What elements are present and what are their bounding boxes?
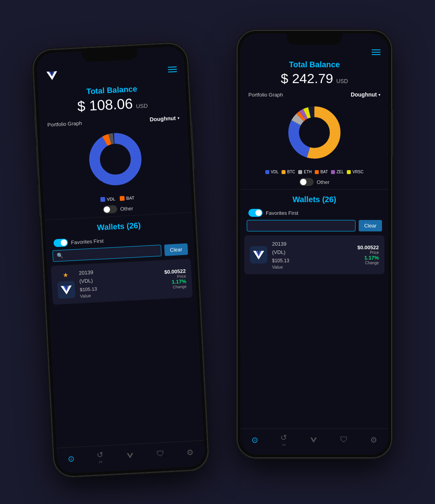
wallet-amount: 20139 <box>79 269 93 276</box>
doughnut-label-right: Doughnut <box>351 91 377 98</box>
wallet-price-col-left: $0.00522 Price 1.17% Change <box>164 268 187 290</box>
clear-button-left[interactable]: Clear <box>164 243 188 256</box>
nav-item-vdl-left[interactable] <box>125 451 134 460</box>
wallets-header-right: Wallets (26) <box>240 189 388 207</box>
legend-dot-bat-r <box>315 170 319 174</box>
nav-shield-icon-r: 🛡 <box>340 435 348 444</box>
legend-bat-right: BAT <box>315 170 328 174</box>
favorites-label-left: Favorites First <box>71 238 104 245</box>
coin-logo-left <box>57 280 76 299</box>
balance-value-left: $ 108.06 <box>77 95 133 115</box>
legend-btc-text-r: BTC <box>287 170 295 174</box>
legend-vrsc-text-r: VRSC <box>352 170 363 174</box>
legend-eth-right: ETH <box>298 170 312 174</box>
notch-right <box>287 34 342 45</box>
hamburger-menu[interactable] <box>168 66 177 72</box>
wallet-item-left[interactable]: ★ 20139 (VDL) $ <box>51 259 193 305</box>
chart-container-left <box>48 124 183 194</box>
nav-item-shield-right[interactable]: 🛡 <box>340 435 348 444</box>
wallet-value-right: $105.13 <box>272 258 289 263</box>
app-content-right: Total Balance $ 242.79 USD Portfolio Gra… <box>240 34 388 455</box>
legend-zel-text-r: ZEL <box>337 170 344 174</box>
phones-container: Total Balance $ 108.06 USD Portfolio Gra… <box>20 15 415 489</box>
wallet-item-right[interactable]: 20139 (VDL) $105.13 Value $0.00522 Price… <box>244 235 384 274</box>
favorites-label-right: Favorites First <box>266 210 298 216</box>
doughnut-dropdown-left[interactable]: Doughnut ▾ <box>149 115 180 123</box>
toggle-knob-left <box>104 206 110 213</box>
svg-point-3 <box>93 137 137 181</box>
wallet-ticker-right: (VDL) <box>272 249 286 255</box>
favorites-toggle-left[interactable] <box>53 239 68 247</box>
portfolio-header-right: Portfolio Graph Doughnut ▾ <box>248 91 380 98</box>
balance-value-right: $ 242.79 <box>281 71 333 86</box>
bottom-nav-right: ⊙ ↺ 24 🛡 ⚙ <box>240 428 388 455</box>
nav-item-dashboard-right[interactable]: ⊙ <box>252 435 258 445</box>
clear-button-right[interactable]: Clear <box>359 220 382 231</box>
legend-eth-text-r: ETH <box>304 170 312 174</box>
nav-settings-icon: ⚙ <box>186 447 194 457</box>
legend-text-bat: BAT <box>126 195 134 201</box>
balance-currency-left: USD <box>136 102 148 110</box>
balance-label-right: Total Balance <box>248 60 380 69</box>
side-btn-right <box>191 121 195 169</box>
legend-right: VDL BTC ETH BAT <box>240 167 388 176</box>
doughnut-chart-right <box>285 103 344 162</box>
nav-item-settings-left[interactable]: ⚙ <box>186 447 194 457</box>
search-icon-left: 🔍 <box>57 253 64 259</box>
star-icon-left[interactable]: ★ <box>62 271 68 279</box>
nav-dashboard-icon-r: ⊙ <box>252 435 258 445</box>
doughnut-arrow-left: ▾ <box>177 116 180 120</box>
doughnut-label-left: Doughnut <box>149 115 176 122</box>
portfolio-section-right: Portfolio Graph Doughnut ▾ <box>240 88 388 167</box>
wallet-price-col-right: $0.00522 Price 1.17% Change <box>357 244 379 265</box>
doughnut-arrow-right: ▾ <box>378 93 380 97</box>
other-toggle-switch-left[interactable] <box>103 205 117 214</box>
portfolio-label-left: Portfolio Graph <box>47 120 82 128</box>
wallets-title-right: Wallets (26) <box>240 195 388 204</box>
wallet-change-right: 1.17% <box>357 255 379 261</box>
wallet-value: $105.13 <box>79 286 97 292</box>
phone-left: Total Balance $ 108.06 USD Portfolio Gra… <box>32 43 209 477</box>
search-input-wrap-right[interactable] <box>247 220 356 231</box>
nav-item-shield-left[interactable]: 🛡 <box>156 449 165 459</box>
logo-icon <box>44 68 59 83</box>
nav-24h-label: 24 <box>98 460 102 464</box>
nav-item-vdl-right[interactable] <box>309 436 318 444</box>
nav-item-24h-right[interactable]: ↺ 24 <box>280 433 287 447</box>
portfolio-section-left: Portfolio Graph Doughnut ▾ <box>39 111 191 198</box>
favorites-toggle-right[interactable] <box>248 209 263 217</box>
nav-dashboard-icon: ⊙ <box>68 453 75 463</box>
side-btn-right2 <box>392 110 393 157</box>
wallet-left-col: ★ <box>57 271 76 299</box>
wallets-section-left: Wallets (26) Favorites First 🔍 Cl <box>44 212 204 448</box>
svg-marker-9 <box>127 453 134 459</box>
side-btn-3 <box>38 185 41 216</box>
side-btn-1 <box>34 114 37 138</box>
svg-marker-20 <box>310 438 317 443</box>
balance-section-right: Total Balance $ 242.79 USD <box>240 58 388 88</box>
hamburger-menu-right[interactable] <box>372 49 380 55</box>
legend-dot-btc-r <box>282 170 286 174</box>
balance-amount-right: $ 242.79 USD <box>248 71 380 86</box>
wallet-change-label-right: Change <box>357 261 379 265</box>
nav-item-settings-right[interactable]: ⚙ <box>370 435 377 445</box>
nav-24h-icon: ↺ <box>96 450 104 460</box>
wallet-amount-right: 20139 <box>272 241 286 247</box>
side-btn-2 <box>36 146 39 177</box>
legend-dot-bat <box>120 196 125 201</box>
legend-vdl-right: VDL <box>265 170 278 174</box>
doughnut-dropdown-right[interactable]: Doughnut ▾ <box>351 91 380 98</box>
search-input-right[interactable] <box>251 223 351 229</box>
nav-vdl-icon-r <box>309 436 318 444</box>
search-input-left[interactable] <box>66 248 157 258</box>
legend-item-vdl-left: VDL <box>100 197 115 202</box>
other-toggle-switch-right[interactable] <box>299 178 314 186</box>
favorites-row-right: Favorites First <box>240 207 388 220</box>
wallet-value-label-right: Value <box>272 265 353 269</box>
nav-settings-icon-r: ⚙ <box>370 435 377 445</box>
nav-item-dashboard-left[interactable]: ⊙ <box>68 453 75 463</box>
legend-bat-text-r: BAT <box>320 170 328 174</box>
wallet-info-left: 20139 (VDL) $105.13 Value <box>79 265 161 299</box>
nav-item-24h-left[interactable]: ↺ 24 <box>96 450 104 464</box>
wallet-ticker: (VDL) <box>79 278 93 284</box>
